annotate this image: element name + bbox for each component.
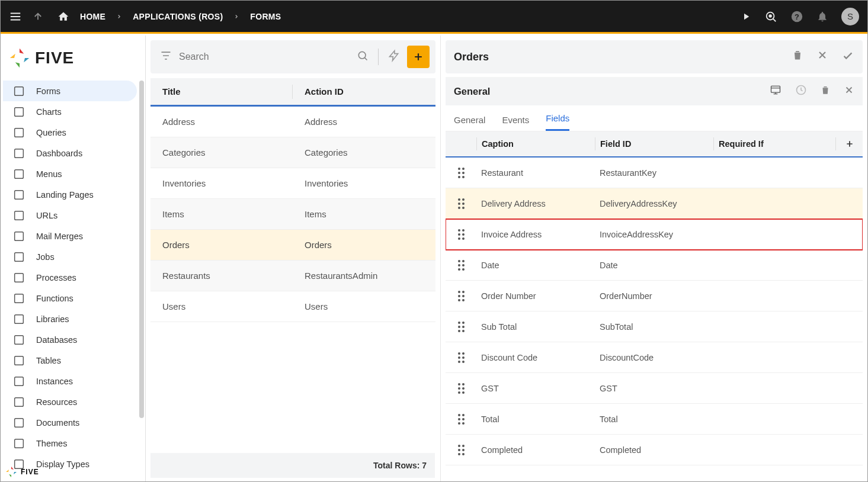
col-required-if[interactable]: Required If <box>713 137 835 150</box>
inspect-icon[interactable] <box>764 10 777 23</box>
nav-list: FormsChartsQueriesDashboardsMenusLanding… <box>1 81 145 481</box>
drag-handle-icon[interactable] <box>458 322 465 332</box>
cell-field-id: SubTotal <box>595 320 713 333</box>
field-row[interactable]: Delivery AddressDeliveryAddressKey <box>446 188 863 219</box>
sidebar-item-libraries[interactable]: Libraries <box>3 309 137 329</box>
sidebar-item-label: Tables <box>36 356 61 365</box>
delete-icon[interactable] <box>792 49 803 65</box>
nav-icon <box>11 250 27 264</box>
svg-text:?: ? <box>795 12 799 21</box>
sidebar-item-menus[interactable]: Menus <box>3 163 137 184</box>
field-row[interactable]: Order NumberOrderNumber <box>446 281 863 311</box>
drag-handle-icon[interactable] <box>458 168 465 178</box>
sidebar-item-label: Landing Pages <box>36 190 94 200</box>
clock-icon[interactable] <box>795 84 807 98</box>
sidebar-item-tables[interactable]: Tables <box>3 350 137 371</box>
detail-title-bar: Orders <box>446 40 863 73</box>
close-icon[interactable] <box>816 49 828 65</box>
sidebar-item-label: URLs <box>36 211 57 220</box>
check-icon[interactable] <box>841 49 854 65</box>
table-row[interactable]: ItemsItems <box>150 199 435 230</box>
field-row[interactable]: RestaurantRestaurantKey <box>446 158 863 188</box>
field-row[interactable]: Invoice AddressInvoiceAddressKey <box>446 219 863 250</box>
close-section-icon[interactable] <box>844 85 854 98</box>
tab-general[interactable]: General <box>454 115 485 131</box>
field-row[interactable]: Discount CodeDiscountCode <box>446 342 863 373</box>
sidebar-item-landing-pages[interactable]: Landing Pages <box>3 184 137 205</box>
field-row[interactable]: GSTGST <box>446 373 863 404</box>
help-icon[interactable]: ? <box>790 10 803 23</box>
col-caption[interactable]: Caption <box>476 137 595 150</box>
nav-icon <box>11 168 27 181</box>
cell-action-id: Orders <box>293 240 435 250</box>
sidebar-item-mail-merges[interactable]: Mail Merges <box>3 226 137 246</box>
drag-handle-icon[interactable] <box>458 352 465 363</box>
cell-action-id: Items <box>293 209 435 219</box>
col-title[interactable]: Title <box>150 85 293 99</box>
search-input[interactable] <box>179 52 350 62</box>
sidebar-item-queries[interactable]: Queries <box>3 122 137 143</box>
sidebar-item-jobs[interactable]: Jobs <box>3 246 137 267</box>
delete-section-icon[interactable] <box>820 85 831 98</box>
nav-icon <box>11 105 27 118</box>
bell-icon[interactable] <box>816 11 828 23</box>
table-row[interactable]: RestaurantsRestaurantsAdmin <box>150 261 435 291</box>
bolt-icon[interactable] <box>388 49 400 65</box>
table-row[interactable]: CategoriesCategories <box>150 137 435 168</box>
nav-icon <box>11 313 27 326</box>
sidebar-item-databases[interactable]: Databases <box>3 329 137 350</box>
sidebar-item-instances[interactable]: Instances <box>3 371 137 391</box>
sidebar-item-charts[interactable]: Charts <box>3 101 137 122</box>
bc-home[interactable]: HOME <box>80 12 105 21</box>
fields-rows: RestaurantRestaurantKeyDelivery AddressD… <box>446 158 863 465</box>
add-button[interactable] <box>407 46 430 68</box>
avatar[interactable]: S <box>841 8 859 25</box>
drag-handle-icon[interactable] <box>458 229 465 240</box>
table-row[interactable]: OrdersOrders <box>150 230 435 261</box>
sidebar-item-dashboards[interactable]: Dashboards <box>3 143 137 163</box>
cell-caption: Completed <box>476 444 595 457</box>
play-icon[interactable] <box>741 11 751 22</box>
field-row[interactable]: DateDate <box>446 250 863 281</box>
bc-forms[interactable]: FORMS <box>250 12 281 21</box>
search-icon[interactable] <box>357 50 369 64</box>
field-row[interactable]: TotalTotal <box>446 404 863 435</box>
field-row[interactable]: Sub TotalSubTotal <box>446 311 863 342</box>
up-arrow-icon[interactable] <box>33 11 43 22</box>
tab-fields[interactable]: Fields <box>546 113 569 131</box>
scrollbar[interactable] <box>139 81 144 418</box>
sidebar-item-themes[interactable]: Themes <box>3 433 137 454</box>
nav-icon <box>11 333 27 346</box>
add-field-button[interactable] <box>835 137 863 150</box>
drag-handle-icon[interactable] <box>458 445 465 455</box>
drag-handle-icon[interactable] <box>458 383 465 394</box>
cell-field-id: DeliveryAddressKey <box>595 197 713 210</box>
sidebar-item-processes[interactable]: Processes <box>3 267 137 288</box>
table-row[interactable]: UsersUsers <box>150 291 435 322</box>
table-row[interactable]: InventoriesInventories <box>150 168 435 199</box>
bc-applications[interactable]: APPLICATIONS (ROS) <box>133 12 223 21</box>
svg-rect-11 <box>15 232 24 240</box>
sidebar-item-urls[interactable]: URLs <box>3 205 137 226</box>
sidebar-item-documents[interactable]: Documents <box>3 412 137 433</box>
home-icon[interactable] <box>57 11 69 23</box>
list-rows: AddressAddressCategoriesCategoriesInvent… <box>150 107 435 322</box>
svg-rect-21 <box>15 439 24 448</box>
drag-handle-icon[interactable] <box>458 414 465 425</box>
sidebar-item-resources[interactable]: Resources <box>3 391 137 412</box>
col-action-id[interactable]: Action ID <box>293 86 435 97</box>
menu-icon[interactable] <box>9 10 22 23</box>
preview-icon[interactable] <box>769 84 782 98</box>
cell-title: Items <box>150 209 293 219</box>
drag-handle-icon[interactable] <box>458 291 465 301</box>
sidebar-item-forms[interactable]: Forms <box>3 81 137 101</box>
field-row[interactable]: CompletedCompleted <box>446 435 863 465</box>
sidebar-item-label: Menus <box>36 169 62 179</box>
sidebar-item-functions[interactable]: Functions <box>3 288 137 309</box>
table-row[interactable]: AddressAddress <box>150 107 435 137</box>
filter-icon[interactable] <box>160 50 172 64</box>
drag-handle-icon[interactable] <box>458 260 465 271</box>
tab-events[interactable]: Events <box>502 115 529 131</box>
drag-handle-icon[interactable] <box>458 198 465 209</box>
col-field-id[interactable]: Field ID <box>595 137 713 150</box>
